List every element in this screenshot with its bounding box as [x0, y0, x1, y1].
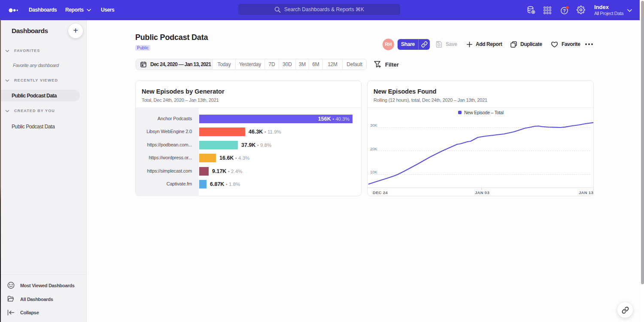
svg-text:?: ?: [563, 8, 565, 13]
